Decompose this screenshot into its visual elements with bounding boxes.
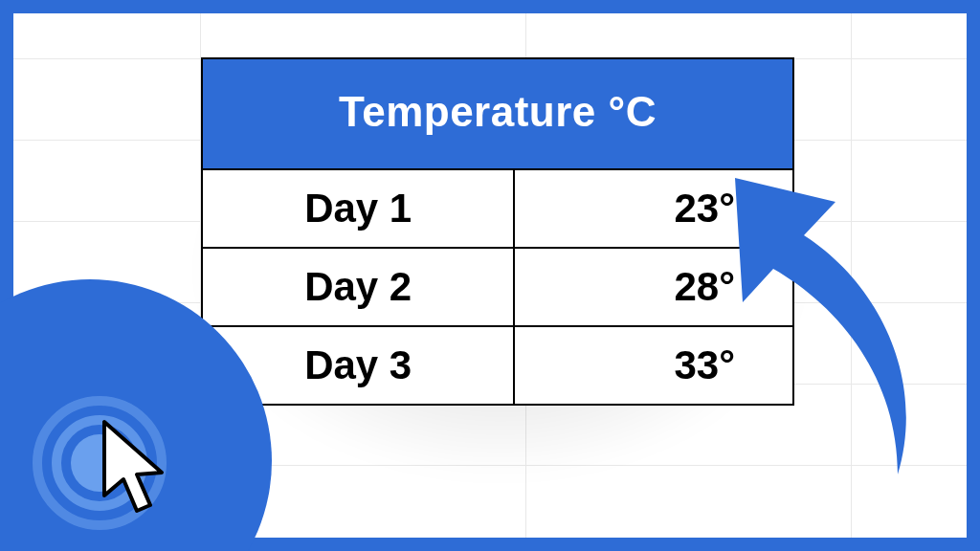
table-row: Day 2 28° — [202, 248, 793, 326]
cursor-icon — [95, 417, 181, 522]
table-row: Day 3 33° — [202, 326, 793, 405]
outer-frame: Temperature °C Day 1 23° Day 2 28° Day 3… — [0, 0, 980, 551]
row-label: Day 1 — [202, 169, 514, 248]
temperature-table: Temperature °C Day 1 23° Day 2 28° Day 3… — [201, 57, 794, 406]
pointer-arrow-icon — [725, 168, 936, 474]
table-header: Temperature °C — [202, 58, 793, 169]
table-row: Day 1 23° — [202, 169, 793, 248]
